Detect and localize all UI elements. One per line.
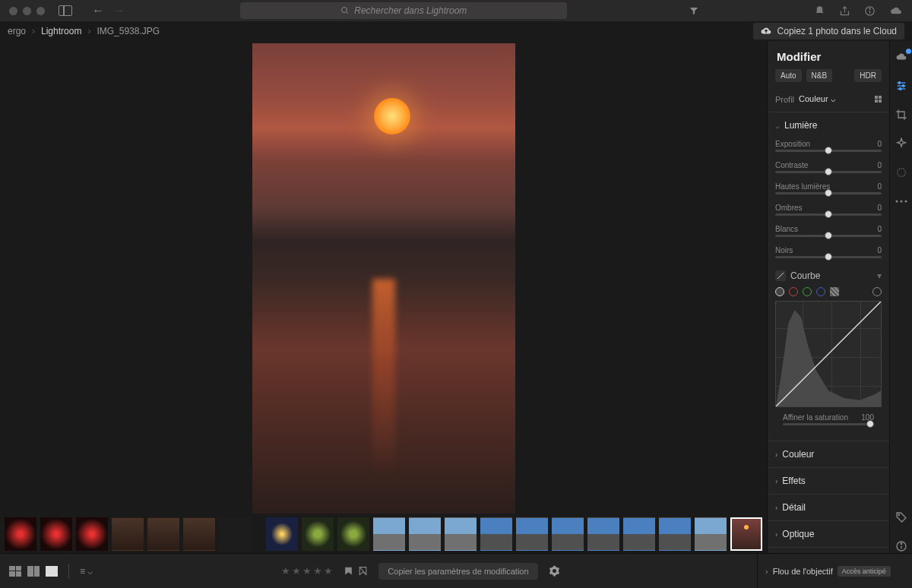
star-icon[interactable]: ★ xyxy=(292,565,301,577)
tag-icon[interactable] xyxy=(895,511,908,524)
back-arrow-icon[interactable]: ← xyxy=(92,4,104,17)
channel-all[interactable] xyxy=(775,287,784,296)
more-icon[interactable] xyxy=(895,194,908,208)
gear-icon[interactable] xyxy=(549,565,560,577)
thumbnail[interactable] xyxy=(659,517,691,551)
mask-icon[interactable] xyxy=(895,166,908,179)
thumbnail[interactable] xyxy=(409,517,441,551)
early-access-badge: Accès anticipé xyxy=(838,566,891,577)
channel-blue[interactable] xyxy=(816,287,825,296)
close-circle[interactable] xyxy=(9,7,17,15)
section-light-header[interactable]: ⌵ Lumière xyxy=(768,112,889,138)
breadcrumb-item[interactable]: Lightroom xyxy=(41,26,81,36)
minimize-circle[interactable] xyxy=(23,7,31,15)
section-effects-header[interactable]: ›Effets xyxy=(768,468,889,494)
contrast-slider[interactable]: Contraste0 xyxy=(768,160,889,181)
highlights-slider[interactable]: Hautes lumières0 xyxy=(768,181,889,202)
svg-point-14 xyxy=(900,201,902,203)
section-optics-header[interactable]: ›Optique xyxy=(768,521,889,547)
svg-line-1 xyxy=(347,12,349,14)
star-icon[interactable]: ★ xyxy=(302,565,312,577)
copy-settings-button[interactable]: Copier les paramètres de modification xyxy=(378,563,537,580)
search-placeholder: Rechercher dans Lightroom xyxy=(354,5,467,16)
section-detail-header[interactable]: ›Détail xyxy=(768,495,889,520)
thumbnail[interactable] xyxy=(695,517,727,551)
thumbnail[interactable] xyxy=(302,517,334,551)
thumbnail[interactable] xyxy=(373,517,405,551)
window-controls[interactable] xyxy=(9,7,45,15)
thumbnail[interactable] xyxy=(147,517,179,551)
profile-grid-icon[interactable] xyxy=(875,96,882,103)
compare-view-icon[interactable] xyxy=(27,566,40,577)
thumbnail[interactable] xyxy=(623,517,655,551)
thumbnail[interactable] xyxy=(337,517,369,551)
sort-icon[interactable]: ≡ ⌵ xyxy=(80,566,93,577)
chevron-right-icon: › xyxy=(775,450,777,459)
flag-reject-icon[interactable] xyxy=(358,566,368,576)
curve-reset-icon[interactable] xyxy=(872,287,882,296)
star-icon[interactable]: ★ xyxy=(281,565,290,577)
thumbnail-selected[interactable] xyxy=(730,517,762,551)
hdr-button[interactable]: HDR xyxy=(854,69,882,82)
bw-button[interactable]: N&B xyxy=(806,69,833,82)
lens-blur-section[interactable]: › Flou de l'objectif Accès anticipé xyxy=(757,553,912,588)
curve-label: Courbe xyxy=(790,270,820,281)
single-view-icon[interactable] xyxy=(46,566,58,577)
shadows-slider[interactable]: Ombres0 xyxy=(768,202,889,223)
thumbnail[interactable] xyxy=(266,517,298,551)
cloud-icon[interactable] xyxy=(889,5,903,17)
thumbnail[interactable] xyxy=(587,517,619,551)
info-panel-icon[interactable] xyxy=(895,539,908,553)
curve-menu-icon[interactable]: ▾ xyxy=(877,270,882,281)
profile-dropdown[interactable]: Couleur ⌵ xyxy=(799,94,836,104)
thumbnail[interactable] xyxy=(219,517,251,551)
cloud-sync-banner[interactable]: Copiez 1 photo dans le Cloud xyxy=(753,23,904,40)
info-icon[interactable] xyxy=(864,5,876,17)
image-stage[interactable] xyxy=(0,41,767,515)
edit-panel: Modifier Auto N&B HDR Profil Couleur ⌵ ⌵… xyxy=(767,41,889,553)
refine-saturation-slider[interactable]: Affiner la saturation100 xyxy=(775,412,882,433)
cloud-upload-icon xyxy=(761,26,771,36)
tone-curve[interactable] xyxy=(775,301,882,407)
curve-icon[interactable] xyxy=(775,270,786,281)
auto-button[interactable]: Auto xyxy=(775,69,802,82)
star-icon[interactable]: ★ xyxy=(313,565,322,577)
maximize-circle[interactable] xyxy=(36,7,45,15)
thumbnail[interactable] xyxy=(40,517,72,551)
filmstrip[interactable] xyxy=(0,515,767,553)
flag-pick-icon[interactable] xyxy=(344,566,353,576)
channel-parametric[interactable] xyxy=(830,287,839,296)
grid-view-icon[interactable] xyxy=(9,566,21,577)
chevron-down-icon: ⌵ xyxy=(775,122,780,130)
breadcrumb-item[interactable]: ergo xyxy=(8,26,26,36)
thumbnail[interactable] xyxy=(552,517,584,551)
thumbnail[interactable] xyxy=(112,517,144,551)
cloud-sync-text: Copiez 1 photo dans le Cloud xyxy=(777,26,897,36)
thumbnail[interactable] xyxy=(480,517,512,551)
whites-slider[interactable]: Blancs0 xyxy=(768,223,889,245)
channel-green[interactable] xyxy=(803,287,812,296)
thumbnail[interactable] xyxy=(516,517,548,551)
search-input[interactable]: Rechercher dans Lightroom xyxy=(240,2,567,19)
thumbnail[interactable] xyxy=(183,517,215,551)
filter-icon[interactable] xyxy=(689,5,699,16)
thumbnail[interactable] xyxy=(5,517,36,551)
section-color-header[interactable]: ›Couleur xyxy=(768,441,889,467)
bell-icon[interactable] xyxy=(814,5,825,17)
cloud-status-icon[interactable] xyxy=(895,50,908,64)
blacks-slider[interactable]: Noirs0 xyxy=(768,245,889,266)
exposure-slider[interactable]: Exposition0 xyxy=(768,138,889,160)
share-icon[interactable] xyxy=(839,5,850,17)
edit-sliders-icon[interactable] xyxy=(895,79,908,93)
star-rating[interactable]: ★★★★★ xyxy=(281,565,333,577)
star-icon[interactable]: ★ xyxy=(324,565,333,577)
thumbnail[interactable] xyxy=(76,517,108,551)
svg-point-15 xyxy=(904,201,907,203)
breadcrumb-item[interactable]: IMG_5938.JPG xyxy=(97,26,160,36)
sidebar-toggle-icon[interactable] xyxy=(59,5,72,16)
healing-icon[interactable] xyxy=(895,137,908,150)
thumbnail[interactable] xyxy=(445,517,477,551)
crop-icon[interactable] xyxy=(895,108,908,122)
chevron-right-icon: › xyxy=(775,477,777,485)
channel-red[interactable] xyxy=(789,287,798,296)
